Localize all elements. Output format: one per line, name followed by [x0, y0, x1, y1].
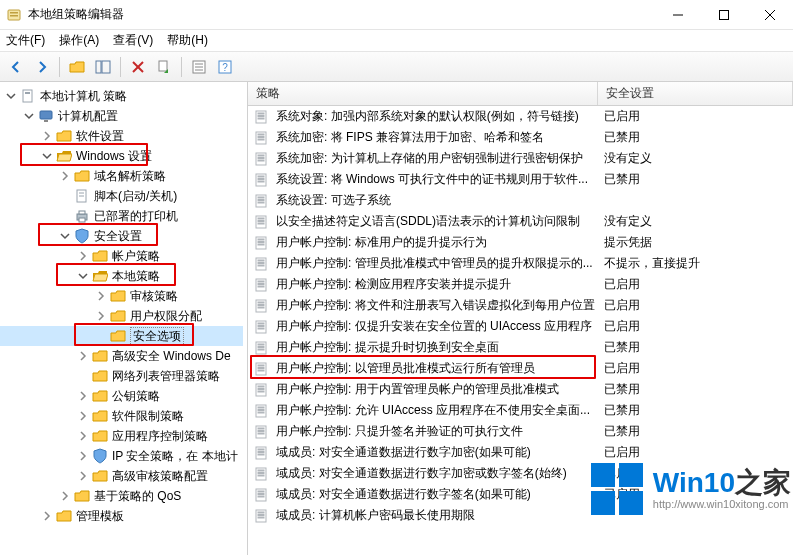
policy-item-icon	[254, 382, 270, 398]
expand-icon[interactable]	[58, 169, 72, 183]
policy-row[interactable]: 系统对象: 加强内部系统对象的默认权限(例如，符号链接)已启用	[248, 106, 793, 127]
expand-icon[interactable]	[76, 469, 90, 483]
tree-item[interactable]: 软件设置	[0, 126, 243, 146]
expand-icon[interactable]	[94, 289, 108, 303]
tree-label: 管理模板	[76, 508, 124, 525]
policy-name: 系统加密: 为计算机上存储的用户密钥强制进行强密钥保护	[276, 150, 604, 167]
tree-item[interactable]: 本地策略	[0, 266, 243, 286]
svg-rect-71	[258, 328, 264, 329]
policy-row[interactable]: 域成员: 计算机帐户密码最长使用期限	[248, 505, 793, 526]
menu-action[interactable]: 操作(A)	[59, 32, 99, 49]
tree-item[interactable]: 域名解析策略	[0, 166, 243, 186]
policy-row[interactable]: 用户帐户控制: 标准用户的提升提示行为提示凭据	[248, 232, 793, 253]
nav-forward-button[interactable]	[30, 55, 54, 79]
expand-icon[interactable]	[58, 229, 72, 243]
folder-icon	[110, 328, 126, 344]
expand-icon[interactable]	[76, 429, 90, 443]
policy-item-icon	[254, 235, 270, 251]
svg-rect-38	[258, 157, 264, 158]
svg-rect-82	[258, 388, 264, 389]
policy-setting: 没有定义	[604, 213, 652, 230]
policy-row[interactable]: 用户帐户控制: 提示提升时切换到安全桌面已禁用	[248, 337, 793, 358]
expand-icon[interactable]	[76, 249, 90, 263]
tree-item[interactable]: 已部署的打印机	[0, 206, 243, 226]
help-button[interactable]: ?	[213, 55, 237, 79]
delete-button[interactable]	[126, 55, 150, 79]
expand-icon[interactable]	[76, 449, 90, 463]
svg-rect-54	[258, 241, 264, 242]
policy-row[interactable]: 系统设置: 将 Windows 可执行文件中的证书规则用于软件...已禁用	[248, 169, 793, 190]
tree-item[interactable]: 安全选项	[0, 326, 243, 346]
tree-root[interactable]: 本地计算机 策略	[0, 86, 243, 106]
policy-tree[interactable]: 本地计算机 策略计算机配置软件设置Windows 设置域名解析策略脚本(启动/关…	[0, 82, 247, 530]
policy-row[interactable]: 用户帐户控制: 管理员批准模式中管理员的提升权限提示的...不提示，直接提升	[248, 253, 793, 274]
expand-icon[interactable]	[4, 89, 18, 103]
policy-list[interactable]: 系统对象: 加强内部系统对象的默认权限(例如，符号链接)已启用系统加密: 将 F…	[248, 106, 793, 555]
tree-item[interactable]: 脚本(启动/关机)	[0, 186, 243, 206]
policy-row[interactable]: 域成员: 对安全通道数据进行数字加密或数字签名(始终)已启用	[248, 463, 793, 484]
tree-item[interactable]: 用户权限分配	[0, 306, 243, 326]
expand-icon[interactable]	[76, 349, 90, 363]
expand-icon[interactable]	[40, 509, 54, 523]
tree-item[interactable]: 应用程序控制策略	[0, 426, 243, 446]
policy-row[interactable]: 用户帐户控制: 检测应用程序安装并提示提升已启用	[248, 274, 793, 295]
tree-label: IP 安全策略，在 本地计	[112, 448, 238, 465]
policy-row[interactable]: 以安全描述符定义语言(SDDL)语法表示的计算机访问限制没有定义	[248, 211, 793, 232]
policy-name: 域成员: 对安全通道数据进行数字签名(如果可能)	[276, 486, 604, 503]
nav-back-button[interactable]	[4, 55, 28, 79]
tree-item[interactable]: 高级审核策略配置	[0, 466, 243, 486]
tree-item[interactable]: 软件限制策略	[0, 406, 243, 426]
column-setting[interactable]: 安全设置	[598, 82, 793, 105]
policy-row[interactable]: 系统加密: 为计算机上存储的用户密钥强制进行强密钥保护没有定义	[248, 148, 793, 169]
svg-rect-85	[258, 407, 264, 408]
tree-item[interactable]: IP 安全策略，在 本地计	[0, 446, 243, 466]
policy-row[interactable]: 用户帐户控制: 将文件和注册表写入错误虚拟化到每用户位置已启用	[248, 295, 793, 316]
svg-rect-79	[258, 370, 264, 371]
tree-item[interactable]: 审核策略	[0, 286, 243, 306]
svg-rect-51	[258, 223, 264, 224]
menu-view[interactable]: 查看(V)	[113, 32, 153, 49]
policy-row[interactable]: 系统加密: 将 FIPS 兼容算法用于加密、哈希和签名已禁用	[248, 127, 793, 148]
expand-icon[interactable]	[40, 129, 54, 143]
expand-icon[interactable]	[76, 409, 90, 423]
policy-row[interactable]: 用户帐户控制: 用于内置管理员帐户的管理员批准模式已禁用	[248, 379, 793, 400]
policy-row[interactable]: 域成员: 对安全通道数据进行数字加密(如果可能)已启用	[248, 442, 793, 463]
maximize-button[interactable]	[701, 0, 747, 29]
menu-file[interactable]: 文件(F)	[6, 32, 45, 49]
expand-icon[interactable]	[22, 109, 36, 123]
policy-row[interactable]: 用户帐户控制: 允许 UIAccess 应用程序在不使用安全桌面...已禁用	[248, 400, 793, 421]
expand-icon[interactable]	[76, 269, 90, 283]
tree-item[interactable]: 高级安全 Windows De	[0, 346, 243, 366]
export-button[interactable]	[152, 55, 176, 79]
tree-item[interactable]: 计算机配置	[0, 106, 243, 126]
policy-row[interactable]: 用户帐户控制: 只提升签名并验证的可执行文件已禁用	[248, 421, 793, 442]
policy-row[interactable]: 系统设置: 可选子系统	[248, 190, 793, 211]
expand-icon[interactable]	[40, 149, 54, 163]
tree-item[interactable]: Windows 设置	[0, 146, 243, 166]
policy-item-icon	[254, 424, 270, 440]
expand-icon[interactable]	[76, 389, 90, 403]
tree-item[interactable]: 管理模板	[0, 506, 243, 526]
expand-icon[interactable]	[58, 489, 72, 503]
policy-row[interactable]: 用户帐户控制: 仅提升安装在安全位置的 UIAccess 应用程序已启用	[248, 316, 793, 337]
column-policy[interactable]: 策略	[248, 82, 598, 105]
svg-rect-106	[258, 514, 264, 515]
up-level-button[interactable]	[65, 55, 89, 79]
show-hide-tree-button[interactable]	[91, 55, 115, 79]
properties-button[interactable]	[187, 55, 211, 79]
svg-rect-86	[258, 409, 264, 410]
menu-help[interactable]: 帮助(H)	[167, 32, 208, 49]
svg-rect-83	[258, 391, 264, 392]
policy-setting: 已启用	[604, 318, 640, 335]
policy-row[interactable]: 域成员: 对安全通道数据进行数字签名(如果可能)已启用	[248, 484, 793, 505]
tree-item[interactable]: 公钥策略	[0, 386, 243, 406]
tree-item[interactable]: 安全设置	[0, 226, 243, 246]
close-button[interactable]	[747, 0, 793, 29]
tree-item[interactable]: 帐户策略	[0, 246, 243, 266]
shield-icon	[74, 228, 90, 244]
minimize-button[interactable]	[655, 0, 701, 29]
expand-icon[interactable]	[94, 309, 108, 323]
tree-item[interactable]: 基于策略的 QoS	[0, 486, 243, 506]
tree-item[interactable]: 网络列表管理器策略	[0, 366, 243, 386]
policy-row[interactable]: 用户帐户控制: 以管理员批准模式运行所有管理员已启用	[248, 358, 793, 379]
